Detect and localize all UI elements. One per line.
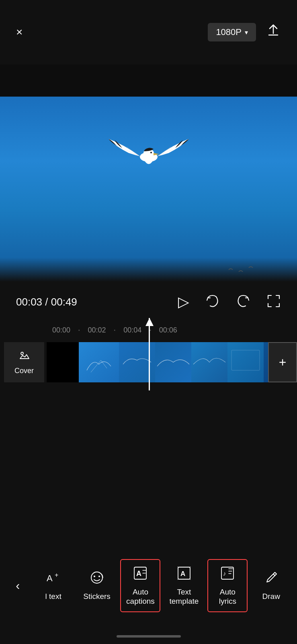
playback-buttons: ▷ — [178, 294, 281, 310]
time-separator: / — [45, 296, 51, 308]
svg-text:A: A — [47, 573, 53, 583]
ruler-time-1: 00:02 — [88, 326, 106, 334]
undo-button[interactable] — [205, 294, 220, 310]
bottom-toolbar: ‹ A + l text Stickers A — [0, 551, 297, 620]
bird-svg — [104, 117, 193, 189]
video-clip-4[interactable] — [191, 342, 227, 382]
current-time: 00:03 — [16, 296, 42, 308]
close-button[interactable]: × — [16, 27, 23, 38]
video-frame-bottom — [0, 258, 297, 282]
redo-icon — [236, 294, 250, 308]
cover-label: Cover — [14, 367, 34, 375]
ruler-time-0: 00:00 — [52, 326, 70, 334]
toolbar-back-button[interactable]: ‹ — [6, 574, 30, 597]
time-display: 00:03 / 00:49 — [16, 296, 77, 308]
auto-lyrics-label: Autolyrics — [219, 588, 236, 606]
home-indicator — [117, 635, 181, 638]
video-frame — [0, 97, 297, 258]
small-birds-decoration — [225, 260, 265, 278]
svg-point-2 — [150, 152, 152, 153]
fullscreen-button[interactable] — [266, 294, 281, 310]
bird-container — [104, 117, 193, 189]
svg-rect-4 — [231, 350, 260, 370]
resolution-label: 1080P — [216, 27, 242, 37]
undo-icon — [205, 294, 220, 308]
svg-text:+: + — [55, 572, 58, 578]
playhead — [149, 318, 150, 390]
ruler-dot-0: • — [78, 328, 80, 332]
video-preview — [0, 64, 297, 282]
video-clip-1[interactable] — [79, 342, 119, 382]
toolbar-auto-lyrics[interactable]: ♪ Autolyrics — [207, 559, 248, 613]
cover-icon — [18, 350, 30, 363]
video-clips[interactable] — [79, 342, 268, 382]
draw-icon — [264, 570, 279, 587]
ruler-time-2: 00:04 — [123, 326, 141, 334]
chevron-down-icon: ▾ — [245, 29, 248, 36]
add-clip-button[interactable]: + — [268, 342, 297, 382]
cover-button[interactable]: Cover — [4, 342, 44, 382]
export-icon — [266, 23, 281, 38]
draw-label: Draw — [262, 592, 280, 601]
ruler-marks: 00:00 • 00:02 • 00:04 • 00:06 — [4, 326, 297, 334]
svg-point-10 — [98, 576, 100, 577]
auto-captions-label: Autocaptions — [126, 588, 155, 606]
toolbar-add-text[interactable]: A + l text — [33, 564, 74, 607]
svg-text:A: A — [180, 570, 185, 578]
toolbar-auto-captions[interactable]: A Autocaptions — [120, 559, 160, 613]
stickers-icon — [89, 570, 104, 587]
ruler-time-3: 00:06 — [159, 326, 177, 334]
svg-text:♪: ♪ — [223, 570, 226, 577]
playback-controls: 00:03 / 00:49 ▷ — [0, 282, 297, 322]
play-button[interactable]: ▷ — [178, 295, 189, 309]
svg-text:A: A — [136, 570, 141, 578]
auto-captions-icon: A — [133, 566, 148, 583]
text-template-label: Texttemplate — [169, 588, 199, 606]
toolbar-text-template[interactable]: A Texttemplate — [164, 560, 204, 612]
svg-point-3 — [21, 352, 23, 355]
toolbar-stickers[interactable]: Stickers — [77, 564, 117, 607]
fullscreen-icon — [266, 294, 281, 308]
add-clip-icon: + — [279, 355, 287, 370]
add-text-icon: A + — [46, 570, 61, 587]
video-clip-3[interactable] — [155, 342, 191, 382]
add-text-label: l text — [45, 592, 61, 601]
black-clip — [47, 342, 79, 382]
video-clip-5[interactable] — [227, 342, 264, 382]
back-arrow-icon: ‹ — [16, 580, 20, 592]
play-icon: ▷ — [178, 293, 189, 310]
video-bg-top — [0, 64, 297, 97]
toolbar-draw[interactable]: Draw — [251, 564, 291, 607]
video-clip-6[interactable] — [264, 342, 268, 382]
auto-lyrics-icon: ♪ — [220, 566, 235, 583]
text-template-icon: A — [176, 566, 192, 583]
top-right-controls: 1080P ▾ — [208, 23, 281, 41]
top-bar: × 1080P ▾ — [0, 0, 297, 64]
redo-button[interactable] — [236, 294, 250, 310]
stickers-label: Stickers — [83, 592, 111, 601]
svg-point-9 — [94, 576, 95, 577]
below-timeline — [0, 386, 297, 535]
export-button[interactable] — [266, 23, 281, 41]
resolution-button[interactable]: 1080P ▾ — [208, 23, 256, 41]
total-time: 00:49 — [51, 296, 77, 308]
ruler-dot-1: • — [114, 328, 116, 332]
